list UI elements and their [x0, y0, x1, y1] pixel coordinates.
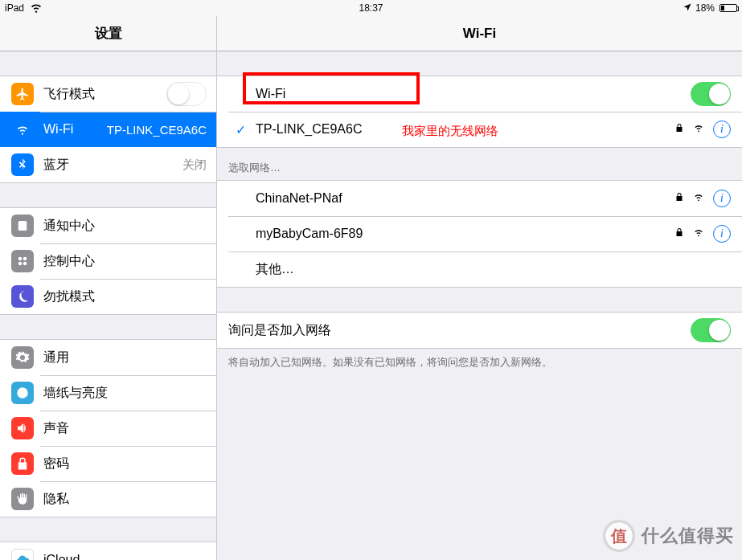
- sidebar-item-control-center[interactable]: 控制中心: [0, 243, 216, 279]
- settings-sidebar: 设置 飞行模式 Wi-Fi TP-LINK_CE9A6C: [0, 16, 217, 560]
- notifications-icon: [11, 215, 34, 237]
- airplane-toggle[interactable]: [166, 82, 207, 106]
- wifi-signal-icon: [692, 227, 705, 241]
- control-center-icon: [11, 250, 34, 272]
- sidebar-item-label: 声音: [43, 420, 207, 437]
- lock-icon: [674, 122, 684, 137]
- sidebar-item-bluetooth[interactable]: 蓝牙 关闭: [0, 147, 216, 182]
- network-row[interactable]: ChinaNet-PNaf i: [217, 181, 742, 216]
- info-button[interactable]: i: [713, 225, 731, 243]
- ask-join-row: 询问是否加入网络: [217, 313, 742, 348]
- sidebar-item-label: Wi-Fi: [43, 122, 100, 137]
- sidebar-item-label: 勿扰模式: [43, 288, 207, 305]
- wifi-toggle-label: Wi-Fi: [228, 87, 691, 101]
- sidebar-item-icloud[interactable]: iCloud: [0, 542, 216, 560]
- sidebar-group: iCloud 邮件、通讯录、日历: [0, 542, 216, 560]
- airplane-icon: [11, 83, 34, 105]
- connected-network-name: TP-LINK_CE9A6C: [252, 122, 674, 137]
- sidebar-title: 设置: [0, 16, 216, 51]
- sidebar-item-label: iCloud: [43, 553, 207, 560]
- info-button[interactable]: i: [713, 190, 731, 207]
- ask-join-toggle[interactable]: [691, 318, 731, 342]
- lock-icon: [674, 191, 684, 206]
- svg-point-1: [18, 257, 23, 261]
- wifi-toggle-group: Wi-Fi ✓ TP-LINK_CE9A6C i: [217, 76, 742, 148]
- sidebar-item-label: 通用: [43, 349, 207, 366]
- check-icon: ✓: [228, 122, 252, 137]
- location-icon: [683, 2, 692, 14]
- sidebar-item-sound[interactable]: 声音: [0, 411, 216, 446]
- gear-icon: [11, 346, 34, 369]
- sidebar-item-label: 通知中心: [43, 218, 207, 235]
- lock-icon: [11, 452, 34, 475]
- svg-rect-0: [18, 221, 27, 231]
- sidebar-item-label: 墙纸与亮度: [43, 385, 207, 402]
- detail-title: Wi-Fi: [217, 16, 742, 51]
- sidebar-item-label: 飞行模式: [43, 86, 166, 103]
- sidebar-item-detail: TP-LINK_CE9A6C: [107, 123, 207, 137]
- ask-join-note: 将自动加入已知网络。如果没有已知网络，将询问您是否加入新网络。: [217, 349, 742, 381]
- speaker-icon: [11, 417, 34, 439]
- sidebar-item-detail: 关闭: [182, 157, 207, 173]
- sidebar-item-notifications[interactable]: 通知中心: [0, 208, 216, 243]
- hand-icon: [11, 488, 34, 510]
- sidebar-item-wallpaper[interactable]: 墙纸与亮度: [0, 375, 216, 411]
- svg-point-3: [18, 262, 23, 266]
- other-label: 其他…: [252, 261, 731, 278]
- wifi-status-icon: [29, 0, 43, 17]
- network-row[interactable]: myBabyCam-6F89 i: [217, 216, 742, 251]
- sidebar-item-wifi[interactable]: Wi-Fi TP-LINK_CE9A6C: [0, 112, 216, 147]
- network-name: ChinaNet-PNaf: [252, 191, 674, 206]
- wifi-toggle[interactable]: [691, 82, 731, 106]
- sidebar-item-dnd[interactable]: 勿扰模式: [0, 279, 216, 314]
- networks-group: ChinaNet-PNaf i myBabyCam-6F89 i: [217, 180, 742, 288]
- sidebar-group: 通用 墙纸与亮度 声音: [0, 339, 216, 517]
- sidebar-group: 飞行模式 Wi-Fi TP-LINK_CE9A6C 蓝牙 关闭: [0, 76, 216, 183]
- network-name: myBabyCam-6F89: [252, 227, 674, 241]
- detail-body[interactable]: Wi-Fi ✓ TP-LINK_CE9A6C i 选取网络…: [217, 51, 742, 560]
- lock-icon: [674, 227, 684, 241]
- ask-join-group: 询问是否加入网络: [217, 312, 742, 349]
- wifi-toggle-row: Wi-Fi: [217, 76, 742, 112]
- sidebar-item-label: 控制中心: [43, 253, 207, 270]
- sidebar-item-airplane[interactable]: 飞行模式: [0, 76, 216, 112]
- svg-point-6: [20, 390, 25, 395]
- cloud-icon: [11, 549, 34, 560]
- other-network-row[interactable]: 其他…: [217, 251, 742, 287]
- sidebar-item-label: 密码: [43, 456, 207, 472]
- device-name: iPad: [5, 2, 24, 14]
- sidebar-item-label: 蓝牙: [43, 157, 176, 174]
- watermark-text: 什么值得买: [642, 524, 734, 548]
- moon-icon: [11, 285, 34, 308]
- sidebar-item-privacy[interactable]: 隐私: [0, 481, 216, 517]
- bluetooth-icon: [11, 153, 34, 176]
- sidebar-group: 通知中心 控制中心 勿扰模式: [0, 207, 216, 315]
- watermark: 值 什么值得买: [603, 520, 734, 552]
- sidebar-item-general[interactable]: 通用: [0, 340, 216, 375]
- sidebar-item-label: 隐私: [43, 491, 207, 508]
- wifi-signal-icon: [692, 191, 705, 206]
- sidebar-item-passcode[interactable]: 密码: [0, 446, 216, 481]
- watermark-badge: 值: [603, 520, 635, 552]
- ask-join-label: 询问是否加入网络: [228, 322, 691, 339]
- info-button[interactable]: i: [713, 121, 731, 138]
- connected-network-row[interactable]: ✓ TP-LINK_CE9A6C i: [217, 112, 742, 147]
- status-time: 18:37: [359, 2, 383, 14]
- battery-percent: 18%: [695, 2, 715, 14]
- wifi-icon: [11, 118, 34, 141]
- battery-icon: [719, 4, 737, 12]
- status-bar: iPad 18:37 18%: [0, 0, 742, 16]
- choose-network-label: 选取网络…: [217, 148, 742, 180]
- detail-pane: Wi-Fi Wi-Fi ✓ TP-LINK_CE9A6C i 选取网络…: [217, 16, 742, 560]
- wifi-signal-icon: [692, 122, 705, 137]
- svg-point-2: [23, 257, 27, 261]
- wallpaper-icon: [11, 382, 34, 404]
- sidebar-body[interactable]: 飞行模式 Wi-Fi TP-LINK_CE9A6C 蓝牙 关闭: [0, 51, 216, 560]
- svg-point-4: [23, 262, 27, 266]
